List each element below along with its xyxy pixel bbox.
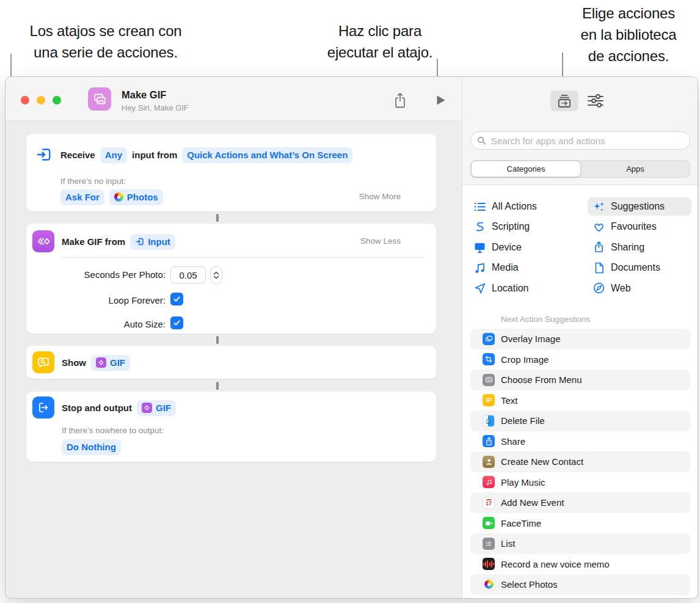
no-input-condition-label: If there’s no input: [60, 177, 126, 186]
ask-for-token[interactable]: Ask For [60, 189, 104, 205]
crop-image-icon [483, 353, 495, 365]
music-note-icon [473, 261, 486, 274]
seconds-stepper[interactable] [210, 266, 222, 284]
category-sharing[interactable]: Sharing [592, 238, 644, 257]
suggestion-share[interactable]: Share [470, 431, 690, 452]
action-library-button[interactable] [550, 90, 578, 111]
auto-size-checkbox[interactable] [170, 316, 183, 329]
gif-variable-icon [96, 357, 106, 368]
photos-frames-icon [92, 91, 108, 108]
suggestion-label: Create New Contact [501, 456, 583, 467]
suggestion-list[interactable]: List [470, 533, 690, 554]
input-source-token[interactable]: Quick Actions and What’s On Screen [182, 147, 352, 163]
loop-forever-label: Loop Forever: [62, 292, 166, 309]
photos-token[interactable]: Photos [109, 189, 163, 205]
category-location[interactable]: Location [473, 279, 529, 298]
action-text: input from [132, 150, 177, 160]
category-media[interactable]: Media [473, 258, 519, 277]
suggestion-facetime[interactable]: FaceTime [470, 513, 690, 534]
show-more-button[interactable]: Show More [359, 192, 401, 201]
checkmark-icon [173, 295, 181, 303]
callout-line: ejecutar el atajo. [264, 42, 496, 63]
sidebar-options-button[interactable] [586, 93, 605, 108]
callout-line: de acciones. [559, 45, 698, 67]
suggestion-label: List [501, 538, 515, 549]
category-label: Web [611, 283, 631, 294]
input-variable-token[interactable]: Input [130, 234, 175, 250]
action-library-sidebar: Categories Apps All Actions Suggestion [462, 77, 698, 598]
action-title: Show [62, 357, 86, 368]
run-shortcut-button[interactable] [433, 93, 448, 108]
auto-size-label: Auto Size: [62, 316, 166, 332]
gif-variable-token[interactable]: GIF [137, 400, 176, 416]
suggestion-crop-image[interactable]: Crop Image [470, 349, 690, 370]
search-field[interactable] [470, 131, 690, 150]
show-action-icon [32, 351, 54, 373]
suggestion-overlay-image[interactable]: Overlay Image [470, 329, 690, 349]
voice-memos-icon [483, 558, 495, 570]
category-label: Suggestions [611, 201, 665, 212]
share-button[interactable] [392, 91, 408, 109]
suggestion-label: Select Photos [501, 579, 558, 590]
seconds-per-photo-field[interactable]: 0.05 [170, 266, 206, 283]
photos-app-icon [114, 192, 123, 202]
suggestion-label: Add New Event [501, 497, 564, 508]
action-card-stop-output[interactable]: Stop and output GIF If there’s nowhere t… [26, 392, 436, 462]
suggestion-label: Share [501, 436, 525, 447]
minimize-button[interactable] [37, 96, 45, 104]
zoom-button[interactable] [53, 96, 61, 104]
category-label: Sharing [611, 242, 644, 253]
category-suggestions[interactable]: Suggestions [588, 197, 691, 216]
suggestion-record-voice-memo[interactable]: Record a new voice memo [470, 554, 690, 575]
play-icon [434, 93, 447, 107]
action-card-make-gif[interactable]: Make GIF from Input Show Less Seconds Pe… [26, 224, 436, 334]
action-card-show[interactable]: Show GIF [26, 346, 436, 379]
shortcut-title: Make GIF [122, 89, 166, 101]
suggestion-delete-file[interactable]: Delete File [470, 411, 690, 431]
suggestion-choose-from-menu[interactable]: Choose From Menu [470, 370, 690, 390]
heart-icon [592, 221, 605, 233]
show-less-button[interactable]: Show Less [360, 236, 401, 246]
input-variable-label: Input [148, 236, 170, 247]
suggestion-label: Choose From Menu [501, 375, 582, 385]
category-all-actions[interactable]: All Actions [473, 197, 537, 216]
tab-categories[interactable]: Categories [471, 161, 581, 177]
choose-from-menu-icon [483, 374, 495, 386]
input-type-token[interactable]: Any [100, 147, 127, 163]
category-label: Media [492, 262, 519, 273]
category-favourites[interactable]: Favourites [592, 217, 657, 236]
loop-forever-checkbox[interactable] [170, 293, 183, 305]
suggestion-play-music[interactable]: Play Music [470, 472, 690, 493]
document-icon [592, 261, 605, 274]
suggestion-select-photos[interactable]: Select Photos [470, 574, 690, 595]
tab-apps[interactable]: Apps [581, 161, 690, 177]
suggestion-label: FaceTime [501, 518, 541, 528]
category-label: Device [492, 242, 522, 253]
gif-variable-label: GIF [156, 403, 171, 413]
suggestions-list: Overlay Image Crop Image Choose From Men… [470, 329, 690, 595]
action-card-receive[interactable]: Receive Any input from Quick Actions and… [26, 134, 436, 211]
suggestion-label: Overlay Image [501, 334, 561, 344]
close-button[interactable] [21, 96, 29, 104]
sidebar-header: Categories Apps [462, 77, 698, 185]
suggestion-add-new-event[interactable]: 17 Add New Event [470, 492, 690, 513]
gif-glyph-icon [34, 232, 53, 250]
gif-variable-token[interactable]: GIF [91, 355, 130, 371]
suggestion-create-new-contact[interactable]: Create New Contact [470, 451, 690, 472]
search-input[interactable] [490, 135, 684, 147]
category-device[interactable]: Device [473, 238, 522, 257]
category-scripting[interactable]: Scripting [473, 217, 530, 236]
connector-dash [216, 214, 219, 222]
category-documents[interactable]: Documents [592, 258, 660, 277]
callout-create: Los atajos se crean con una serie de acc… [5, 20, 206, 63]
category-label: All Actions [492, 201, 537, 212]
category-web[interactable]: Web [592, 279, 631, 298]
suggestion-label: Text [501, 395, 518, 406]
category-label: Scripting [492, 221, 530, 232]
suggestion-text[interactable]: Text [470, 390, 690, 411]
callout-line: Los atajos se crean con [5, 20, 206, 42]
library-tabs: Categories Apps [470, 160, 690, 178]
music-app-icon [483, 476, 495, 488]
suggestion-label: Crop Image [501, 354, 549, 365]
do-nothing-token[interactable]: Do Nothing [62, 439, 121, 455]
